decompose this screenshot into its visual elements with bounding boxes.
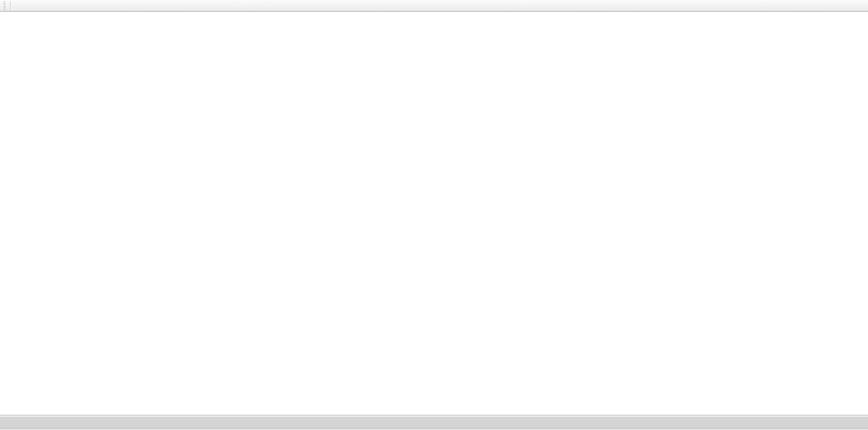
application-window bbox=[0, 0, 868, 430]
toolbar-grip[interactable] bbox=[4, 2, 6, 10]
toolbar bbox=[0, 0, 868, 12]
window-bottom-strip bbox=[0, 428, 868, 430]
tabs-bar bbox=[0, 416, 868, 428]
chart-canvas[interactable] bbox=[0, 13, 868, 416]
toolbar-separator bbox=[10, 1, 11, 10]
